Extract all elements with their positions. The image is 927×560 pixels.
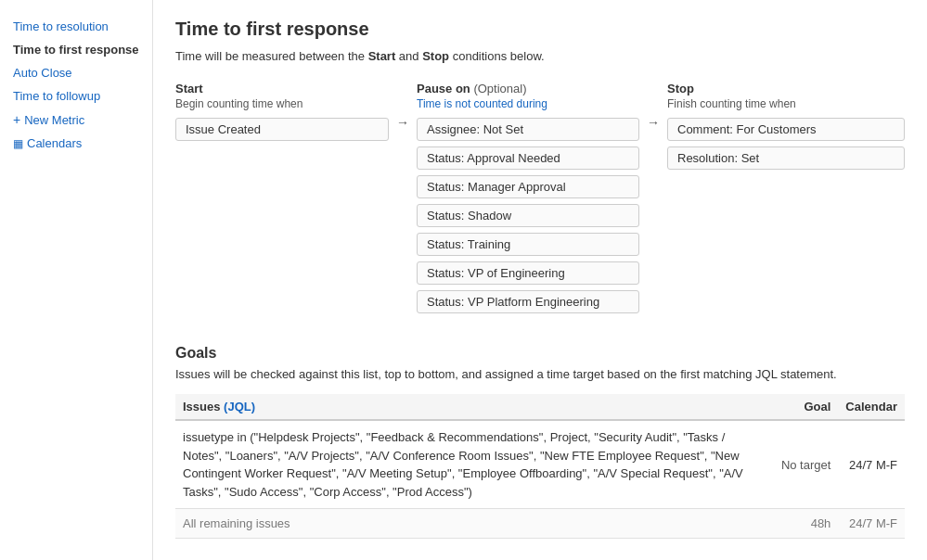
goals-table: Issues (JQL) Goal Calendar issuetype in …	[175, 394, 905, 539]
row-1-goal: 48h	[774, 509, 838, 539]
stop-header: Stop	[667, 82, 905, 95]
row-1-issues: All remaining issues	[175, 509, 774, 539]
desc-mid: and	[395, 49, 422, 63]
goals-description: Issues will be checked against this list…	[175, 367, 905, 381]
table-row-remaining: All remaining issues 48h 24/7 M-F	[175, 509, 905, 539]
pause-header: Pause on (Optional)	[417, 82, 639, 95]
desc-post: conditions below.	[449, 49, 545, 63]
row-0-jql-text: issuetype in ("Helpdesk Projects", "Feed…	[183, 430, 743, 499]
sidebar-item-time-to-followup[interactable]: Time to followup	[0, 84, 152, 108]
arrow-2: →	[639, 82, 667, 130]
pause-condition-3[interactable]: Status: Shadow	[417, 204, 639, 227]
goals-title: Goals	[175, 345, 905, 362]
row-0-goal: No target	[774, 420, 838, 509]
plus-icon: +	[13, 112, 20, 127]
calendars-label: Calendars	[27, 136, 82, 150]
desc-pre: Time will be measured between the	[175, 49, 368, 63]
sidebar-item-auto-close[interactable]: Auto Close	[0, 61, 152, 84]
pause-optional: (Optional)	[473, 82, 526, 95]
stop-column: Stop Finish counting time when Comment: …	[667, 82, 905, 175]
table-row: issuetype in ("Helpdesk Projects", "Feed…	[175, 420, 905, 509]
pause-condition-4[interactable]: Status: Training	[417, 233, 639, 256]
arrow-2-symbol: →	[647, 115, 660, 130]
start-column: Start Begin counting time when Issue Cre…	[175, 82, 389, 146]
row-0-issues: issuetype in ("Helpdesk Projects", "Feed…	[175, 420, 774, 509]
col-header-calendar: Calendar	[838, 394, 905, 420]
col-issues-label: Issues	[183, 400, 220, 414]
start-subtext: Begin counting time when	[175, 97, 389, 110]
pause-condition-6[interactable]: Status: VP Platform Engineering	[417, 290, 639, 313]
desc-stop: Stop	[422, 49, 449, 63]
arrow-1: →	[389, 82, 417, 130]
calendars-link[interactable]: ▦ Calendars	[0, 132, 152, 155]
goals-table-header-row: Issues (JQL) Goal Calendar	[175, 394, 905, 420]
row-0-goal-value: No target	[781, 458, 830, 472]
stop-subtext: Finish counting time when	[667, 97, 905, 110]
main-content: Time to first response Time will be meas…	[153, 0, 927, 560]
pause-condition-5[interactable]: Status: VP of Engineering	[417, 261, 639, 285]
calendar-icon: ▦	[13, 137, 23, 150]
pause-column: Pause on (Optional) Time is not counted …	[417, 82, 639, 319]
row-1-calendar: 24/7 M-F	[838, 509, 905, 539]
new-metric-button[interactable]: + New Metric	[0, 108, 152, 132]
stop-condition-1[interactable]: Resolution: Set	[667, 146, 905, 170]
goals-section: Goals Issues will be checked against thi…	[175, 345, 905, 539]
sidebar-item-time-to-first-response[interactable]: Time to first response	[0, 38, 152, 61]
sidebar-item-time-to-resolution[interactable]: Time to resolution	[0, 15, 152, 38]
new-metric-label: New Metric	[24, 113, 84, 127]
stop-condition-0[interactable]: Comment: For Customers	[667, 118, 905, 141]
sps-container: Start Begin counting time when Issue Cre…	[175, 82, 905, 319]
pause-subtext: Time is not counted during	[417, 97, 639, 110]
pause-condition-1[interactable]: Status: Approval Needed	[417, 146, 639, 170]
col-jql-label: (JQL)	[224, 400, 255, 414]
col-header-issues: Issues (JQL)	[175, 394, 774, 420]
arrow-1-symbol: →	[396, 115, 409, 130]
start-condition-0[interactable]: Issue Created	[175, 118, 389, 141]
page-title: Time to first response	[175, 19, 905, 40]
row-0-calendar: 24/7 M-F	[838, 420, 905, 509]
page-description: Time will be measured between the Start …	[175, 49, 905, 63]
start-header: Start	[175, 82, 389, 95]
sidebar: Time to resolution Time to first respons…	[0, 0, 153, 560]
desc-start: Start	[368, 49, 396, 63]
pause-condition-2[interactable]: Status: Manager Approval	[417, 175, 639, 198]
pause-condition-0[interactable]: Assignee: Not Set	[417, 118, 639, 141]
pause-header-text: Pause on	[417, 82, 470, 95]
col-header-goal: Goal	[774, 394, 838, 420]
